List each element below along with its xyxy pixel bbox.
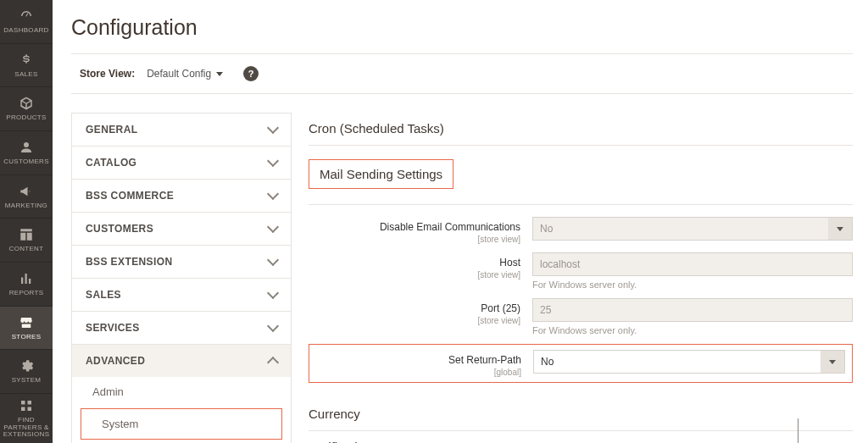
field-scope: [store view] [309, 235, 520, 244]
field-label: Port (25) [481, 302, 520, 314]
nav-marketing[interactable]: MARKETING [0, 175, 53, 219]
store-view-switcher: Store View: Default Config ? [71, 53, 853, 94]
store-icon [19, 315, 34, 330]
nav-label: CONTENT [9, 246, 44, 253]
gear-icon [19, 358, 34, 374]
sidebar-group-bss-extension[interactable]: BSS EXTENSION [72, 246, 291, 278]
field-scope: [global] [316, 368, 521, 377]
nav-customers[interactable]: CUSTOMERS [0, 131, 53, 175]
sidebar-group-label: BSS COMMERCE [86, 190, 174, 202]
nav-label: REPORTS [9, 290, 44, 297]
field-host: Host [store view] localhost For Windows … [309, 252, 853, 290]
chevron-down-icon [267, 254, 279, 266]
host-input[interactable]: localhost [532, 252, 853, 276]
disable-email-select[interactable]: No [532, 217, 853, 241]
field-scope: [store view] [309, 270, 520, 280]
nav-system[interactable]: SYSTEM [0, 350, 53, 394]
field-scope: [store view] [309, 316, 520, 325]
sidebar-group-label: CATALOG [86, 157, 136, 169]
sidebar-group-services[interactable]: SERVICES [72, 312, 291, 344]
section-currency[interactable]: Currency [309, 398, 853, 431]
chevron-down-icon [267, 188, 279, 200]
sidebar-group-catalog[interactable]: CATALOG [72, 147, 291, 179]
nav-stores[interactable]: STORES [0, 307, 53, 351]
input-value: localhost [540, 258, 580, 270]
nav-label: MARKETING [5, 202, 47, 210]
nav-label: DASHBOARD [3, 27, 48, 35]
field-label: Host [499, 257, 520, 269]
store-view-value: Default Config [147, 68, 211, 80]
chevron-down-icon [267, 221, 279, 233]
sidebar-group-label: ADVANCED [86, 355, 145, 367]
chevron-down-icon [267, 155, 279, 167]
sidebar-group-sales[interactable]: SALES [72, 279, 291, 311]
sidebar-group-customers[interactable]: CUSTOMERS [72, 213, 291, 245]
field-label: Set Return-Path [448, 354, 521, 366]
gauge-icon [19, 8, 34, 24]
nav-products[interactable]: PRODUCTS [0, 87, 53, 131]
field-note: For Windows server only. [532, 280, 853, 290]
select-value: No [540, 223, 553, 235]
store-view-label: Store View: [80, 68, 135, 80]
sidebar-group-label: SERVICES [86, 322, 140, 334]
bars-icon [19, 271, 34, 286]
port-input[interactable]: 25 [532, 298, 853, 322]
section-notifications[interactable]: Notifications [309, 431, 853, 443]
box-icon [19, 96, 34, 111]
nav-sales[interactable]: SALES [0, 44, 53, 88]
chevron-down-icon [267, 122, 279, 134]
dollar-icon [19, 53, 34, 68]
nav-label: CUSTOMERS [3, 158, 49, 166]
page-title: Configuration [71, 0, 853, 53]
nav-label: SALES [14, 71, 37, 79]
field-disable-email: Disable Email Communications [store view… [309, 217, 853, 244]
layout-icon [19, 227, 34, 242]
sidebar-group-general[interactable]: GENERAL [72, 114, 291, 146]
config-panel: Cron (Scheduled Tasks) Mail Sending Sett… [292, 113, 853, 443]
person-icon [19, 140, 34, 155]
grid-icon [19, 398, 34, 413]
sidebar-group-label: SALES [86, 289, 121, 301]
annotation-connector [798, 418, 798, 443]
nav-label: STORES [12, 334, 42, 341]
nav-label: PRODUCTS [6, 114, 46, 122]
megaphone-icon [19, 184, 34, 199]
chevron-down-icon [216, 72, 223, 76]
chevron-down-icon [828, 218, 852, 240]
sidebar-group-bss-commerce[interactable]: BSS COMMERCE [72, 180, 291, 212]
nav-reports[interactable]: REPORTS [0, 263, 53, 307]
return-path-highlight: Set Return-Path [global] No [309, 344, 853, 383]
sidebar-item-label: Admin [92, 385, 124, 398]
help-icon[interactable]: ? [243, 66, 259, 81]
sidebar-group-advanced[interactable]: ADVANCED [72, 345, 291, 377]
nav-dashboard[interactable]: DASHBOARD [0, 0, 53, 44]
chevron-up-icon [267, 357, 279, 368]
sidebar-group-label: GENERAL [86, 124, 137, 136]
return-path-select[interactable]: No [533, 350, 845, 374]
sidebar-item-admin[interactable]: Admin [72, 377, 291, 407]
nav-label: FIND PARTNERS & EXTENSIONS [2, 417, 51, 439]
input-value: 25 [540, 304, 551, 316]
admin-sidebar: DASHBOARD SALES PRODUCTS CUSTOMERS MARKE… [0, 0, 53, 443]
section-cron[interactable]: Cron (Scheduled Tasks) [309, 113, 853, 146]
config-sidebar: GENERAL CATALOG BSS COMMERCE CUSTOMERS B… [71, 113, 292, 443]
select-value: No [541, 356, 554, 368]
field-note: For Windows server only. [532, 325, 853, 335]
sidebar-group-label: BSS EXTENSION [86, 256, 173, 268]
main-content: Configuration Store View: Default Config… [53, 0, 868, 443]
chevron-down-icon [821, 351, 844, 373]
nav-label: SYSTEM [12, 377, 42, 385]
section-mail-sending[interactable]: Mail Sending Settings [309, 159, 453, 189]
field-label: Disable Email Communications [380, 221, 520, 233]
store-view-dropdown[interactable]: Default Config [147, 68, 223, 80]
nav-find-partners[interactable]: FIND PARTNERS & EXTENSIONS [0, 394, 53, 443]
field-port: Port (25) [store view] 25 For Windows se… [309, 298, 853, 335]
sidebar-group-label: CUSTOMERS [86, 223, 153, 235]
sidebar-item-system[interactable]: System [81, 408, 282, 440]
chevron-down-icon [267, 320, 279, 332]
nav-content[interactable]: CONTENT [0, 219, 53, 263]
field-return-path: Set Return-Path [global] No [316, 350, 845, 377]
sidebar-item-label: System [102, 418, 138, 430]
chevron-down-icon [267, 287, 279, 299]
